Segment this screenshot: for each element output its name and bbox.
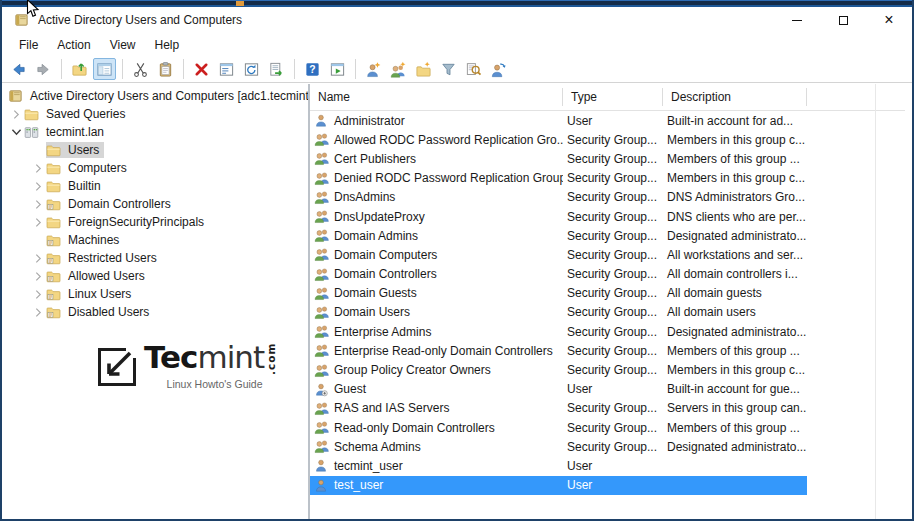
object-name: Administrator [334,114,405,128]
tree-item-users[interactable]: Users [2,141,308,159]
column-header-type[interactable]: Type [563,88,663,106]
show-console-tree-icon[interactable] [93,58,116,80]
tree-item-tecmint-lan[interactable]: tecmint.lan [2,123,308,141]
toolbar-separator [355,59,356,79]
forward-icon[interactable] [32,58,55,80]
object-type: User [563,478,663,492]
chevron-right-icon[interactable] [30,163,46,174]
tree-item-label: Computers [68,161,127,175]
tree-item-active-directory-users-and-computers-adc1-tecmint[interactable]: Active Directory Users and Computers [ad… [2,87,308,105]
folder-icon [24,108,42,121]
object-type: User [563,114,663,128]
delete-icon[interactable] [190,58,213,80]
properties-icon[interactable] [215,58,238,80]
ou-folder-icon [46,288,64,301]
tree-item-domain-controllers[interactable]: Domain Controllers [2,195,308,213]
new-group-icon[interactable] [387,58,410,80]
list-row-allowed-rodc-password-replication-gro[interactable]: Allowed RODC Password Replication Gro...… [310,130,807,149]
group-icon [314,171,332,186]
tree-item-disabled-users[interactable]: Disabled Users [2,303,308,321]
object-description: Members in this group c... [663,363,807,377]
column-header-name[interactable]: Name [310,88,563,106]
list-row-tecmint-user[interactable]: tecmint_userUser [310,456,807,475]
chevron-right-icon[interactable] [30,199,46,210]
tree-item-allowed-users[interactable]: Allowed Users [2,267,308,285]
filter-icon[interactable] [437,58,460,80]
group-icon [314,420,332,435]
list-row-denied-rodc-password-replication-group[interactable]: Denied RODC Password Replication GroupSe… [310,169,807,188]
close-button[interactable]: × [866,7,912,33]
new-window-icon[interactable] [326,58,349,80]
new-ou-icon[interactable] [412,58,435,80]
menu-file[interactable]: File [16,36,41,54]
tree-item-computers[interactable]: Computers [2,159,308,177]
list-row-ras-and-ias-servers[interactable]: RAS and IAS ServersSecurity Group...Serv… [310,399,807,418]
object-description: Members of this group ... [663,344,807,358]
chevron-right-icon[interactable] [30,271,46,282]
user-actions-icon[interactable] [487,58,510,80]
list-row-enterprise-read-only-domain-controllers[interactable]: Enterprise Read-only Domain ControllersS… [310,341,807,360]
tree-item-restricted-users[interactable]: Restricted Users [2,249,308,267]
tree-item-saved-queries[interactable]: Saved Queries [2,105,308,123]
export-list-icon[interactable] [265,58,288,80]
tree-item-label: tecmint.lan [46,125,104,139]
chevron-right-icon[interactable] [8,109,24,120]
tree-item-label: Active Directory Users and Computers [ad… [30,89,310,103]
list-row-enterprise-admins[interactable]: Enterprise AdminsSecurity Group...Design… [310,322,807,341]
menu-action[interactable]: Action [54,36,93,54]
refresh-icon[interactable] [240,58,263,80]
object-description: All domain controllers i... [663,267,807,281]
chevron-right-icon[interactable] [30,181,46,192]
tree-item-foreignsecurityprincipals[interactable]: ForeignSecurityPrincipals [2,213,308,231]
ou-folder-icon [46,234,64,247]
object-description: Designated administrato... [663,229,807,243]
folder-icon [46,216,64,229]
chevron-right-icon[interactable] [30,217,46,228]
svg-text:?: ? [309,64,315,75]
chevron-down-icon[interactable] [8,128,24,137]
object-name: Enterprise Read-only Domain Controllers [334,344,553,358]
menu-help[interactable]: Help [152,36,183,54]
column-header-description[interactable]: Description [663,88,807,106]
tree-item-builtin[interactable]: Builtin [2,177,308,195]
list-row-cert-publishers[interactable]: Cert PublishersSecurity Group...Members … [310,149,807,168]
tree-item-linux-users[interactable]: Linux Users [2,285,308,303]
object-description: DNS Administrators Gro... [663,190,807,204]
title-bar: Active Directory Users and Computers × [2,7,912,33]
list-row-guest[interactable]: GuestUserBuilt-in account for gue... [310,380,807,399]
help-icon[interactable]: ? [301,58,324,80]
chevron-right-icon[interactable] [30,307,46,318]
list-row-dnsupdateproxy[interactable]: DnsUpdateProxySecurity Group...DNS clien… [310,207,807,226]
menu-bar: FileActionViewHelp [2,33,912,56]
back-icon[interactable] [7,58,30,80]
chevron-right-icon[interactable] [30,289,46,300]
list-row-domain-users[interactable]: Domain UsersSecurity Group...All domain … [310,303,807,322]
find-icon[interactable] [462,58,485,80]
object-description: Designated administrato... [663,325,807,339]
list-row-administrator[interactable]: AdministratorUserBuilt-in account for ad… [310,111,807,130]
paste-icon[interactable] [154,58,177,80]
tecmint-logo-tld: .com [266,342,277,376]
cut-icon[interactable] [129,58,152,80]
menu-view[interactable]: View [107,36,139,54]
maximize-button[interactable] [820,7,866,33]
list-row-test-user[interactable]: test_userUser [310,476,807,495]
list-row-schema-admins[interactable]: Schema AdminsSecurity Group...Designated… [310,437,807,456]
list-row-domain-guests[interactable]: Domain GuestsSecurity Group...All domain… [310,284,807,303]
object-name: test_user [334,478,383,492]
object-type: User [563,382,663,396]
up-one-level-icon[interactable] [68,58,91,80]
list-row-domain-controllers[interactable]: Domain ControllersSecurity Group...All d… [310,265,807,284]
list-row-group-policy-creator-owners[interactable]: Group Policy Creator OwnersSecurity Grou… [310,360,807,379]
chevron-right-icon[interactable] [30,253,46,264]
new-user-icon[interactable] [362,58,385,80]
list-row-dnsadmins[interactable]: DnsAdminsSecurity Group...DNS Administra… [310,188,807,207]
minimize-button[interactable] [774,7,820,33]
folder-icon [46,162,64,175]
group-icon [314,247,332,262]
object-type: Security Group... [563,190,663,204]
list-row-read-only-domain-controllers[interactable]: Read-only Domain ControllersSecurity Gro… [310,418,807,437]
list-row-domain-admins[interactable]: Domain AdminsSecurity Group...Designated… [310,226,807,245]
list-row-domain-computers[interactable]: Domain ComputersSecurity Group...All wor… [310,245,807,264]
tree-item-machines[interactable]: Machines [2,231,308,249]
